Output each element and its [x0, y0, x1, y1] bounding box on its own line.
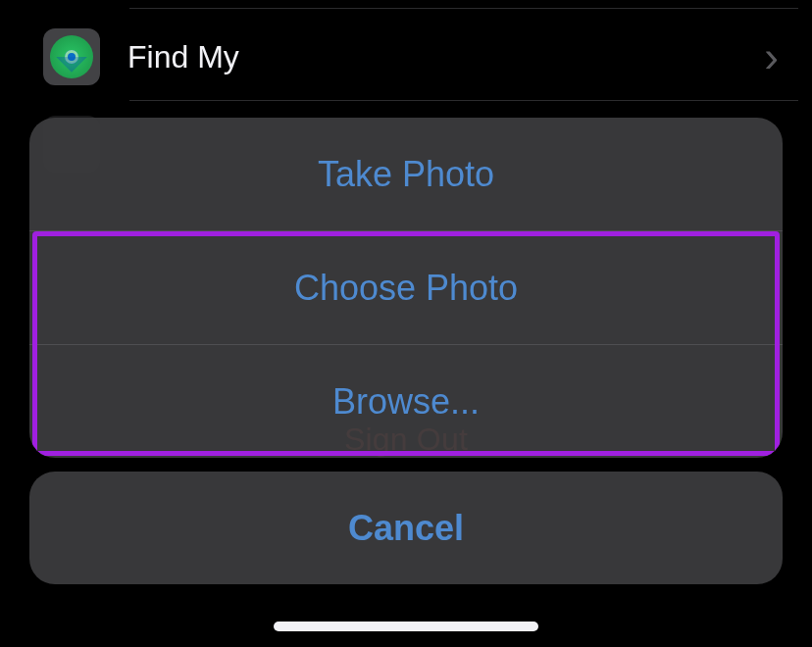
find-my-icon — [43, 28, 100, 85]
list-divider — [129, 8, 798, 9]
choose-photo-button[interactable]: Choose Photo — [29, 231, 783, 344]
take-photo-button[interactable]: Take Photo — [29, 118, 783, 230]
cancel-button[interactable]: Cancel — [29, 472, 783, 584]
chevron-right-icon: › — [764, 35, 779, 78]
browse-button[interactable]: Browse... — [29, 345, 783, 458]
action-sheet-group: Take Photo Choose Photo Browse... — [29, 118, 783, 458]
settings-row-findmy[interactable]: Find My › — [14, 14, 798, 100]
home-indicator[interactable] — [274, 622, 538, 631]
action-sheet: Take Photo Choose Photo Browse... Cancel — [29, 118, 783, 584]
action-sheet-cancel-group: Cancel — [29, 472, 783, 584]
settings-row-label: Find My — [127, 39, 764, 75]
